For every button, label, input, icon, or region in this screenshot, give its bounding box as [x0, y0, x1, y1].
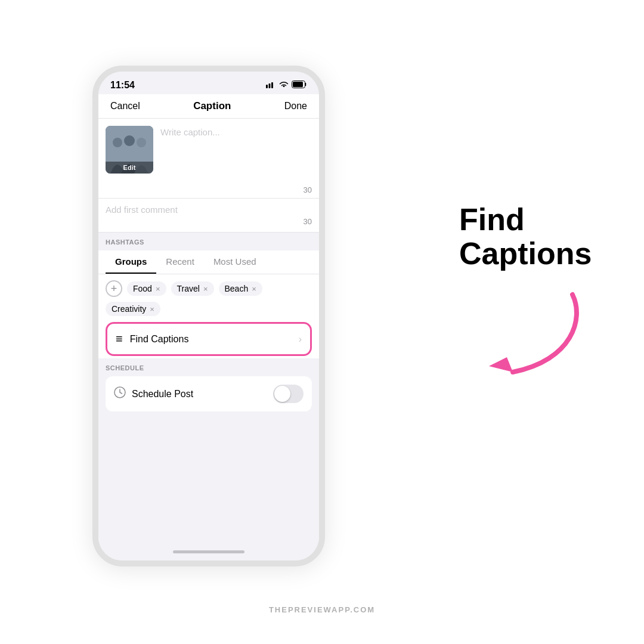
- toggle-knob: [274, 386, 290, 402]
- svg-rect-4: [293, 82, 303, 87]
- content-spacer: [98, 411, 319, 540]
- clock-icon: [114, 386, 126, 401]
- wifi-icon: [279, 81, 289, 90]
- status-icons: [266, 80, 307, 90]
- nav-bar: Cancel Caption Done: [98, 94, 319, 119]
- remove-beach-icon[interactable]: ×: [252, 284, 256, 293]
- headline-line2: Captions: [459, 237, 592, 271]
- signal-icon: [266, 81, 276, 90]
- content-area: Edit Write caption... 30 Add first comme…: [98, 119, 319, 540]
- tag-chip-food[interactable]: Food ×: [127, 281, 166, 296]
- status-time: 11:54: [110, 80, 135, 91]
- caption-input[interactable]: Write caption...: [160, 126, 312, 177]
- schedule-toggle[interactable]: [273, 385, 304, 403]
- tag-chip-beach[interactable]: Beach ×: [219, 281, 262, 296]
- remove-food-icon[interactable]: ×: [156, 284, 160, 293]
- svg-rect-1: [269, 83, 271, 88]
- comment-input[interactable]: Add first comment: [106, 205, 312, 215]
- find-captions-row[interactable]: ≡ Find Captions ›: [106, 322, 312, 356]
- cancel-button[interactable]: Cancel: [110, 101, 140, 112]
- remove-travel-icon[interactable]: ×: [203, 284, 208, 293]
- tags-row: + Food × Travel × Beach × Creativity ×: [98, 274, 319, 322]
- edit-overlay[interactable]: Edit: [106, 162, 153, 174]
- nav-title: Caption: [193, 100, 231, 112]
- svg-point-6: [113, 138, 122, 147]
- svg-rect-0: [266, 85, 268, 88]
- find-captions-label: Find Captions: [130, 334, 189, 345]
- tab-recent[interactable]: Recent: [156, 250, 204, 274]
- chevron-right-icon: ›: [299, 334, 302, 345]
- schedule-section: SCHEDULE Schedule Post: [98, 358, 319, 411]
- tab-most-used[interactable]: Most Used: [204, 250, 266, 274]
- svg-point-8: [137, 138, 146, 147]
- caption-area: Edit Write caption...: [98, 119, 319, 184]
- list-icon: ≡: [116, 332, 123, 346]
- caption-char-count: 30: [98, 184, 319, 198]
- post-thumbnail[interactable]: Edit: [106, 126, 153, 174]
- comment-char-count: 30: [106, 215, 312, 226]
- schedule-label: SCHEDULE: [106, 364, 312, 371]
- watermark: THEPREVIEWAPP.COM: [269, 605, 375, 614]
- add-tag-button[interactable]: +: [106, 280, 122, 297]
- done-button[interactable]: Done: [284, 101, 307, 112]
- schedule-post-label: Schedule Post: [132, 389, 193, 400]
- scene: 11:54 Cancel Caption Done: [0, 0, 644, 644]
- tag-chip-creativity[interactable]: Creativity ×: [106, 302, 160, 316]
- svg-rect-2: [271, 82, 273, 88]
- home-indicator: [98, 540, 319, 561]
- comment-area: Add first comment 30: [98, 199, 319, 232]
- remove-creativity-icon[interactable]: ×: [150, 305, 154, 314]
- tab-groups[interactable]: Groups: [106, 250, 156, 274]
- tabs-row: Groups Recent Most Used: [98, 250, 319, 274]
- phone-mockup: 11:54 Cancel Caption Done: [92, 66, 325, 566]
- headline: Find Captions: [459, 203, 592, 271]
- svg-point-7: [124, 135, 135, 146]
- schedule-left: Schedule Post: [114, 386, 193, 401]
- headline-line1: Find: [459, 203, 592, 237]
- battery-icon: [292, 80, 307, 90]
- schedule-row: Schedule Post: [106, 376, 312, 411]
- tag-chip-travel[interactable]: Travel ×: [171, 281, 214, 296]
- arrow-decoration: [477, 289, 596, 386]
- status-bar: 11:54: [98, 72, 319, 94]
- hashtags-label: HASHTAGS: [106, 239, 312, 246]
- home-bar: [173, 550, 244, 553]
- find-captions-left: ≡ Find Captions: [116, 332, 188, 346]
- hashtags-section: HASHTAGS: [98, 233, 319, 250]
- right-content: Find Captions: [459, 203, 596, 386]
